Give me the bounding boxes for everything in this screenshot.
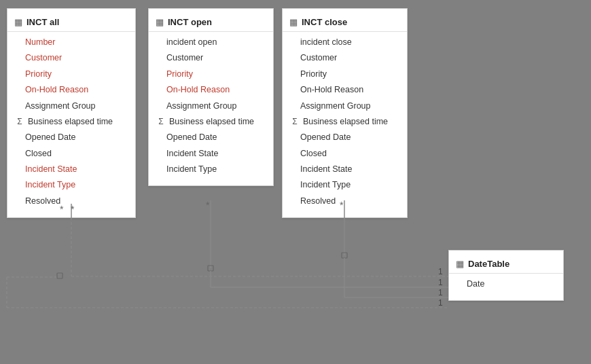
svg-rect-8: [57, 273, 62, 278]
svg-rect-18: [342, 253, 347, 258]
field-assignment-close: Assignment Group: [283, 98, 407, 114]
field-onhold-open: On-Hold Reason: [149, 82, 273, 98]
field-business-elapsed: Σ Business elapsed time: [7, 114, 135, 130]
table-header-inct-open: ▦ INCT open: [149, 14, 273, 32]
field-priority-open: Priority: [149, 67, 273, 82]
table-icon-inct-all: ▦: [14, 17, 22, 27]
field-incident-state: Incident State: [7, 162, 135, 177]
field-onhold-close: On-Hold Reason: [283, 82, 407, 98]
field-customer-open: Customer: [149, 50, 273, 66]
field-resolved: Resolved: [7, 194, 135, 209]
table-title-date-table: DateTable: [468, 259, 509, 269]
field-incident-type-open: Incident Type: [149, 162, 273, 177]
svg-text:1: 1: [438, 288, 443, 297]
table-title-inct-open: INCT open: [168, 17, 212, 27]
table-title-inct-close: INCT close: [302, 17, 347, 27]
field-resolved-close: Resolved: [283, 194, 407, 209]
field-priority-close: Priority: [283, 67, 407, 82]
table-inct-open[interactable]: ▦ INCT open incident open Customer Prior…: [148, 8, 274, 186]
table-icon-inct-close: ▦: [289, 17, 298, 27]
field-incident-open: incident open: [149, 35, 273, 50]
field-business-open: Σ Business elapsed time: [149, 114, 273, 130]
table-inct-all[interactable]: ▦ INCT all Number Customer Priority On-H…: [7, 8, 136, 218]
table-header-inct-close: ▦ INCT close: [283, 14, 407, 32]
field-incident-close: incident close: [283, 35, 407, 50]
table-date-table[interactable]: ▦ DateTable Date: [448, 250, 564, 301]
field-customer-close: Customer: [283, 50, 407, 66]
field-incident-type: Incident Type: [7, 177, 135, 193]
field-incident-type-close: Incident Type: [283, 177, 407, 193]
field-opened-date: Opened Date: [7, 130, 135, 145]
field-assignment-open: Assignment Group: [149, 98, 273, 114]
field-opened-date-close: Opened Date: [283, 130, 407, 145]
svg-text:*: *: [206, 200, 210, 211]
field-incident-state-open: Incident State: [149, 146, 273, 162]
field-priority: Priority: [7, 67, 135, 82]
table-icon-date-table: ▦: [456, 259, 464, 269]
field-incident-state-close: Incident State: [283, 162, 407, 177]
sigma-icon-close: Σ: [289, 115, 300, 128]
table-header-inct-all: ▦ INCT all: [7, 14, 135, 32]
field-closed-close: Closed: [283, 146, 407, 162]
field-opened-date-open: Opened Date: [149, 130, 273, 145]
table-icon-inct-open: ▦: [156, 17, 164, 27]
field-customer: Customer: [7, 50, 135, 66]
sigma-icon: Σ: [14, 115, 25, 128]
table-inct-close[interactable]: ▦ INCT close incident close Customer Pri…: [282, 8, 408, 218]
field-assignment-group: Assignment Group: [7, 98, 135, 114]
field-number: Number: [7, 35, 135, 50]
field-onhold-reason: On-Hold Reason: [7, 82, 135, 98]
svg-rect-13: [208, 266, 213, 271]
field-date: Date: [449, 276, 563, 292]
field-business-close: Σ Business elapsed time: [283, 114, 407, 130]
field-closed: Closed: [7, 146, 135, 162]
sigma-icon-open: Σ: [156, 115, 166, 128]
svg-text:1: 1: [438, 267, 443, 276]
table-header-date-table: ▦ DateTable: [449, 256, 563, 274]
svg-text:1: 1: [438, 298, 443, 308]
table-title-inct-all: INCT all: [26, 17, 59, 27]
svg-text:1: 1: [438, 278, 443, 287]
